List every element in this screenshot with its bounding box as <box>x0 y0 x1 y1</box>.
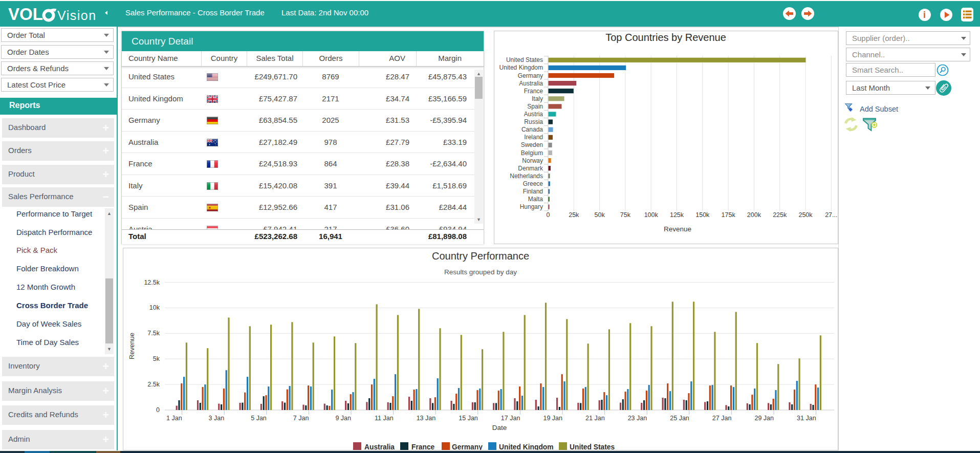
svg-text:17 Jan: 17 Jan <box>501 415 520 422</box>
svg-text:Country Performance: Country Performance <box>432 250 529 262</box>
svg-text:Netherlands: Netherlands <box>510 172 543 180</box>
svg-text:25k: 25k <box>569 211 579 219</box>
svg-text:1 Jan: 1 Jan <box>166 415 182 422</box>
svg-text:Top Countries by Revenue: Top Countries by Revenue <box>605 32 726 43</box>
svg-text:10k: 10k <box>149 304 160 311</box>
svg-text:19 Jan: 19 Jan <box>543 415 562 422</box>
svg-text:Canada: Canada <box>521 126 543 133</box>
svg-text:France: France <box>524 88 543 95</box>
svg-text:France: France <box>411 443 435 450</box>
svg-text:23 Jan: 23 Jan <box>628 415 647 422</box>
svg-text:50k: 50k <box>595 211 605 219</box>
svg-text:Revenue: Revenue <box>664 225 691 233</box>
svg-text:100k: 100k <box>644 211 659 219</box>
svg-text:Finland: Finland <box>523 188 543 195</box>
svg-text:Australia: Australia <box>364 443 395 450</box>
svg-text:75k: 75k <box>620 211 631 219</box>
svg-text:125k: 125k <box>670 211 684 219</box>
svg-text:5 Jan: 5 Jan <box>251 415 267 422</box>
svg-text:Ireland: Ireland <box>524 134 543 141</box>
svg-text:Revenue: Revenue <box>128 333 136 359</box>
svg-text:7 Jan: 7 Jan <box>293 415 309 422</box>
svg-text:27...: 27... <box>825 211 837 219</box>
svg-text:Germany: Germany <box>518 72 543 79</box>
svg-text:225k: 225k <box>773 211 787 219</box>
svg-text:Russia: Russia <box>524 118 543 125</box>
svg-text:21 Jan: 21 Jan <box>585 415 605 422</box>
svg-text:Austria: Austria <box>524 111 543 118</box>
svg-text:27 Jan: 27 Jan <box>712 415 732 422</box>
svg-text:United Kingdom: United Kingdom <box>499 64 543 71</box>
svg-text:5k: 5k <box>153 355 160 362</box>
svg-text:0: 0 <box>156 406 160 414</box>
svg-text:Germany: Germany <box>452 443 483 450</box>
svg-text:250k: 250k <box>798 211 813 219</box>
svg-text:Norway: Norway <box>522 157 543 164</box>
svg-text:Malta: Malta <box>528 196 543 203</box>
svg-text:Belgium: Belgium <box>521 149 543 157</box>
svg-text:12.5k: 12.5k <box>144 279 160 286</box>
svg-text:Date: Date <box>492 424 507 432</box>
svg-text:United States: United States <box>506 56 543 63</box>
svg-text:11 Jan: 11 Jan <box>375 415 394 422</box>
svg-text:150k: 150k <box>695 211 710 219</box>
svg-text:Sweden: Sweden <box>521 141 543 148</box>
svg-text:Italy: Italy <box>532 95 543 102</box>
svg-text:Denmark: Denmark <box>518 165 543 172</box>
svg-text:Hungary: Hungary <box>520 203 543 210</box>
svg-text:Results grouped by day: Results grouped by day <box>444 268 517 276</box>
svg-text:9 Jan: 9 Jan <box>335 415 351 422</box>
svg-text:15 Jan: 15 Jan <box>459 415 478 422</box>
svg-text:29 Jan: 29 Jan <box>754 415 774 422</box>
svg-text:25 Jan: 25 Jan <box>670 415 689 422</box>
svg-text:United States: United States <box>570 443 615 450</box>
svg-text:Greece: Greece <box>523 180 543 187</box>
svg-text:2.5k: 2.5k <box>147 381 160 388</box>
svg-text:200k: 200k <box>747 211 761 219</box>
svg-text:Spain: Spain <box>527 103 543 110</box>
svg-text:13 Jan: 13 Jan <box>417 415 436 422</box>
svg-text:0: 0 <box>547 211 550 219</box>
svg-text:7.5k: 7.5k <box>147 330 160 337</box>
svg-text:Australia: Australia <box>519 80 543 87</box>
svg-text:3 Jan: 3 Jan <box>209 415 225 422</box>
svg-text:175k: 175k <box>722 211 736 219</box>
svg-text:31 Jan: 31 Jan <box>797 415 816 422</box>
svg-text:United Kingdom: United Kingdom <box>499 443 554 450</box>
